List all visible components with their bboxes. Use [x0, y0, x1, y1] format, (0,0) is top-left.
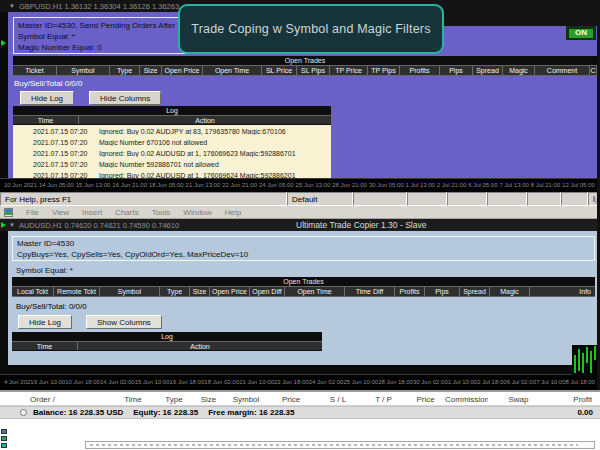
status-cell	[353, 192, 407, 206]
axis-tick: 28 Jun 21:00	[332, 182, 367, 188]
col-time-diff: Time Diff	[345, 287, 395, 296]
log-row: 2021.07.15 07:20 Magic Number 592886701 …	[13, 159, 331, 170]
status-help-text: For Help, press F1	[0, 192, 287, 206]
col-time: Time	[110, 395, 156, 404]
col-profits: Profits	[395, 287, 425, 296]
col-open-price: Open Price	[162, 66, 203, 75]
axis-tick: 14 Jun 02:00	[100, 379, 135, 385]
log-time: 2021.07.15 07:20	[13, 161, 99, 168]
chart-dropdown-icon[interactable]: ▼	[9, 3, 15, 9]
col-swap: Swap	[488, 395, 549, 404]
profit-total: 0.00	[577, 408, 593, 417]
show-columns-button[interactable]: Show Columns	[86, 315, 162, 329]
slave-chart-titlebar: ▼ AUDUSD,H1 0.74620 0.74621 0.74590 0.74…	[0, 219, 600, 231]
chart-dropdown-icon[interactable]: ▼	[9, 222, 15, 228]
menu-help[interactable]: Help	[225, 208, 241, 217]
menu-insert[interactable]: Insert	[82, 208, 102, 217]
col-order: Order /	[0, 395, 110, 404]
profile-selector[interactable]: Default	[287, 192, 353, 206]
col-remote-tckt: Remote Tckt	[54, 287, 100, 296]
axis-tick: 6 Jul 02:00	[507, 379, 536, 385]
col-info: Info	[530, 287, 595, 296]
col-sl-pips: SL Pips	[297, 66, 330, 75]
master-chart-window: ▼ GBPUSD,H1 1.36132 1.36304 1.36126 1.36…	[0, 0, 600, 192]
col-profits: Profits	[400, 66, 440, 75]
log-action: Ignored: Buy 0.02 AUDJPY at 83, 17963578…	[99, 128, 331, 135]
axis-tick: 22 Jun 18:00	[274, 379, 309, 385]
axis-tick: 21 Jun 13:00	[186, 182, 221, 188]
axis-tick: 28 Jun 18:00	[378, 379, 413, 385]
status-cell	[487, 192, 527, 206]
panel-buttons: Hide Log Show Columns	[18, 315, 162, 329]
axis-tick: 6 Jul 05:00	[468, 182, 497, 188]
hide-log-button[interactable]: Hide Log	[20, 91, 74, 105]
axis-tick: 7 Jul 13:00	[499, 182, 528, 188]
axis-tick: 15 Jun 10:00	[135, 379, 170, 385]
axis-tick: 16 Jun 21:00	[112, 182, 147, 188]
slave-ea-panel: Master ID=4530 CpyBuys=Yes, CpySells=Yes…	[8, 231, 597, 365]
col-open-price: Open Price	[210, 287, 250, 296]
axis-tick: 2 Jul 18:00	[477, 379, 506, 385]
menu-charts[interactable]: Charts	[115, 208, 139, 217]
axis-tick: 25 Jun 10:00	[343, 379, 378, 385]
col-open-diff: Open Diff	[250, 287, 285, 296]
col-symbol: Symbol	[100, 287, 160, 296]
balance-row: Balance: 16 228.35 USD Equity: 16 228.35…	[0, 406, 600, 419]
log-row: 2021.07.15 07:20 Magic Number 670106 not…	[13, 137, 331, 148]
col-type: Type	[160, 287, 190, 296]
axis-tick: 24 Jun 05:00	[259, 182, 294, 188]
buy-sell-total: Buy/Sell/Total 0/0/0	[14, 79, 82, 88]
col-sl: S / L	[315, 395, 361, 404]
log-action: Magic Number 670106 not allowed	[99, 139, 331, 146]
log-title: Log	[12, 332, 322, 341]
panel-buttons: Hide Log Hide Columns	[20, 91, 161, 105]
slave-settings-box: Master ID=4530 CpyBuys=Yes, CpySells=Yes…	[12, 236, 595, 261]
col-profit: Profit	[549, 395, 600, 404]
axis-tick: 15 Jun 13:00	[76, 182, 111, 188]
buy-arrow-icon	[1, 222, 6, 228]
slave-time-axis: 4 Jun 2021 9 Jun 10:00 10 Jun 18:00 14 J…	[0, 374, 600, 390]
log-col-time: Time	[13, 116, 79, 124]
status-cell	[527, 192, 561, 206]
axis-tick: 8 Jul 18:00	[566, 379, 595, 385]
col-tp: T / P	[361, 395, 406, 404]
navigator-icon	[1, 443, 7, 448]
equity-value: Equity: 16 228.35	[133, 408, 198, 417]
log-col-action: Action	[78, 342, 322, 350]
log-row: 2021.07.15 07:20 Ignored: Buy 0.02 AUDJP…	[13, 126, 331, 137]
terminal-panel: Order / Time Type Size Symbol Price S / …	[0, 390, 600, 450]
log-time: 2021.07.15 07:20	[13, 128, 99, 135]
free-margin-value: Free margin: 16 228.35	[208, 408, 294, 417]
chart-background-strip	[437, 0, 600, 26]
on-toggle-button[interactable]: ON	[568, 28, 594, 39]
mt4-desktop: ▼ GBPUSD,H1 1.36132 1.36304 1.36126 1.36…	[0, 0, 600, 450]
col-sl-price: SL Price	[262, 66, 297, 75]
axis-tick: 30 Jun 05:00	[369, 182, 404, 188]
col-pips: Pips	[425, 287, 460, 296]
col-tp-pips: TP Pips	[368, 66, 400, 75]
hide-columns-button[interactable]: Hide Columns	[89, 91, 161, 105]
symbol-equal-line: Symbol Equal: *	[16, 266, 73, 275]
axis-tick: 24 Jun 02:00	[309, 379, 344, 385]
col-type: Type	[110, 66, 140, 75]
master-time-axis: 10 Jun 2021 14 Jun 05:00 15 Jun 13:00 16…	[0, 178, 600, 192]
menu-file[interactable]: File	[26, 208, 39, 217]
hide-log-button[interactable]: Hide Log	[18, 315, 72, 329]
menu-window[interactable]: Window	[183, 208, 211, 217]
log-time: 2021.07.15 07:20	[13, 139, 99, 146]
menu-tools[interactable]: Tools	[152, 208, 171, 217]
balance-icon	[20, 409, 27, 416]
axis-tick: 16 Jun 18:00	[170, 379, 205, 385]
navigator-icon	[1, 429, 7, 434]
col-spread: Spread	[460, 287, 490, 296]
log-title: Log	[13, 106, 331, 115]
axis-tick: 18 Jun 02:00	[204, 379, 239, 385]
col-comment: Comment	[535, 66, 590, 75]
log-rows: 2021.07.15 07:20 Ignored: Buy 0.02 AUDJP…	[13, 125, 331, 183]
status-cell	[561, 192, 588, 206]
candlestick-cluster	[572, 345, 597, 376]
menu-view[interactable]: View	[52, 208, 69, 217]
terminal-bottom-field[interactable]	[85, 441, 595, 449]
log-row: 2021.07.15 07:20 Ignored: Buy 0.02 AUDUS…	[13, 148, 331, 159]
col-magic: Magic	[490, 287, 530, 296]
